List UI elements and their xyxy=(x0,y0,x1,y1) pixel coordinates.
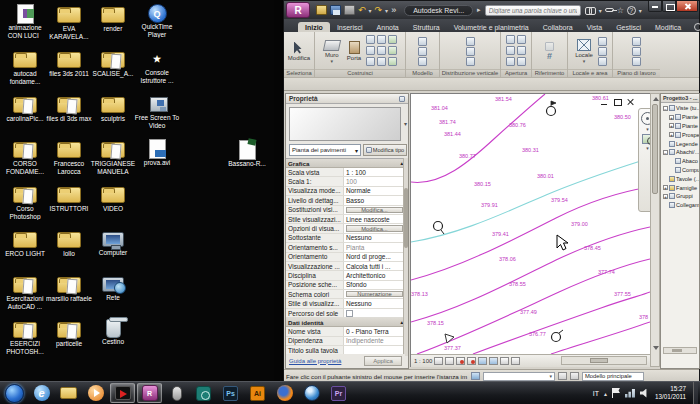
floor-tool-icon[interactable] xyxy=(388,46,397,55)
wheel-dropdown-icon[interactable]: ▾ xyxy=(646,127,649,132)
stair-tool-icon[interactable] xyxy=(377,57,386,66)
tree-expander-icon[interactable]: + xyxy=(669,123,674,128)
desktop-icon-scalise-a[interactable]: SCALISE_A... xyxy=(91,49,135,93)
panel-caption[interactable]: Modello xyxy=(406,69,439,77)
worksets-icon[interactable] xyxy=(471,372,480,380)
tree-item-collegam[interactable]: Collegam... xyxy=(661,201,700,210)
workplane-viewer-icon[interactable] xyxy=(632,57,641,66)
desktop-icon-carolinapic[interactable]: carolinaPic... xyxy=(3,94,47,138)
tree-expander-icon[interactable]: + xyxy=(663,185,668,190)
tray-expand-icon[interactable]: ▴ xyxy=(604,390,607,397)
ceiling-tool-icon[interactable] xyxy=(377,46,386,55)
desktop-icon-files-di-3ds-max[interactable]: files di 3ds max xyxy=(47,94,91,138)
component-tool-icon[interactable] xyxy=(377,35,386,44)
desktop-icon-esercizi-photosh[interactable]: ESERCIZI PHOTOSH... xyxy=(3,319,47,363)
desktop-icon-erco-light[interactable]: ERCO LIGHT xyxy=(3,229,47,273)
tree-item-famiglie[interactable]: +Famiglie xyxy=(661,183,700,192)
grid-icon[interactable]: # xyxy=(547,52,552,61)
undo-icon[interactable]: ↶ xyxy=(358,5,366,15)
property-value[interactable]: Sfondo xyxy=(344,281,405,289)
properties-pin-icon[interactable] xyxy=(399,96,405,102)
tree-expander-icon[interactable]: + xyxy=(669,115,674,120)
show-desktop-button[interactable] xyxy=(693,382,698,404)
property-value[interactable]: Modifica... xyxy=(346,225,403,231)
panel-caption[interactable]: Costruisci xyxy=(315,69,405,77)
survey-point-icon[interactable] xyxy=(547,101,557,116)
desktop-icon-rete[interactable]: Rete xyxy=(91,274,135,318)
temporary-hide-isolate-icon[interactable] xyxy=(500,357,509,365)
tree-item-compu[interactable]: Compu... xyxy=(661,166,700,175)
desktop-icon-cestino[interactable]: Cestino xyxy=(91,319,135,363)
title-expand-arrow-icon[interactable]: ▸ xyxy=(477,6,481,14)
panel-caption[interactable]: Piano di lavoro xyxy=(613,69,660,77)
area-icon[interactable] xyxy=(598,57,607,66)
desktop-icon-triggianese-manuela[interactable]: TRIGGIANESE MANUELA xyxy=(91,139,135,183)
editable-only-icon[interactable] xyxy=(558,372,567,380)
search-dropdown-icon[interactable]: ▾ xyxy=(599,7,602,14)
properties-header[interactable]: Proprietà xyxy=(286,94,408,104)
redo-dropdown-icon[interactable]: ▾ xyxy=(385,7,388,14)
search-icon[interactable] xyxy=(585,7,596,14)
view-close-icon[interactable] xyxy=(626,98,635,106)
shadows-on-icon[interactable] xyxy=(467,357,476,365)
column-tool-icon[interactable] xyxy=(366,46,375,55)
desktop-icon-eva-karavela[interactable]: EVA KARAVELA... xyxy=(47,4,91,48)
application-menu-button[interactable]: R xyxy=(286,2,310,18)
canvas-hscrollbar[interactable] xyxy=(561,356,647,365)
desktop-icon-render[interactable]: render xyxy=(91,4,135,48)
tree-item-piante[interactable]: +Piante ... xyxy=(661,113,700,122)
property-value[interactable]: 0 - Piano Terra xyxy=(344,327,405,335)
property-value[interactable]: 1 : 100 xyxy=(344,168,405,176)
desktop-icon-sculptris[interactable]: sculptris xyxy=(91,94,135,138)
property-value[interactable]: Pianta xyxy=(344,243,405,251)
reference-plane-icon[interactable] xyxy=(545,42,554,51)
tree-item-legende[interactable]: Legende xyxy=(661,139,700,148)
desktop-icon-prova-avi[interactable]: AVIprova.avi xyxy=(135,139,179,183)
taskbar-mouse-settings[interactable] xyxy=(164,383,189,403)
room-separator-icon[interactable] xyxy=(598,37,607,46)
tag-room-icon[interactable] xyxy=(598,47,607,56)
desktop-icon-computer[interactable]: Computer xyxy=(91,229,135,273)
desktop-icon-francesco-larocca[interactable]: Francesco Larocca xyxy=(47,139,91,183)
maximize-button[interactable] xyxy=(662,1,676,12)
stairs-icon[interactable] xyxy=(466,57,475,66)
model-graphics-style-icon[interactable] xyxy=(445,357,454,365)
property-value[interactable]: Nessuno xyxy=(344,234,405,242)
tree-expander-icon[interactable]: − xyxy=(663,150,668,155)
locale-dropdown-icon[interactable]: ▾ xyxy=(583,59,586,63)
base-point-icon[interactable] xyxy=(434,222,445,235)
ribbon-state-toggle[interactable]: ▾ xyxy=(694,23,700,32)
close-button[interactable] xyxy=(676,1,698,12)
modify-type-button[interactable]: Modifica tipo xyxy=(363,144,407,156)
porta-button[interactable]: Porta xyxy=(345,41,363,61)
property-value[interactable]: Numerazione xyxy=(346,291,403,297)
language-indicator[interactable]: IT xyxy=(593,390,599,397)
roof-tool-icon[interactable] xyxy=(388,35,397,44)
desktop-icon-video[interactable]: VIDEO xyxy=(91,184,135,228)
property-value[interactable]: Normale xyxy=(344,187,405,195)
properties-help-link[interactable]: Guida alle proprietà xyxy=(289,358,341,364)
desktop-icon-istruttori[interactable]: ISTRUTTORI xyxy=(47,184,91,228)
shaft-opening-icon[interactable] xyxy=(506,35,515,44)
model-line-icon[interactable] xyxy=(418,47,427,56)
taskbar-premiere[interactable]: Pr xyxy=(326,383,351,403)
desktop-icon-quicktime-player[interactable]: QQuickTime Player xyxy=(135,4,179,48)
apply-button[interactable]: Applica xyxy=(364,356,402,366)
taskbar-photoshop[interactable]: Ps xyxy=(218,383,243,403)
desktop-icon-autocad-fondame[interactable]: autocad fondame... xyxy=(3,49,47,93)
ramp-icon[interactable] xyxy=(466,47,475,56)
set-workplane-icon[interactable] xyxy=(632,37,641,46)
desktop-icon-corso-photoshop[interactable]: Corso Photoshop xyxy=(3,184,47,228)
section-dati-identit[interactable]: Dati identità▴ xyxy=(286,318,405,327)
tree-item-prospet[interactable]: +Prospet... xyxy=(661,130,700,139)
title-bar[interactable]: R ↶ ▾ ↷ ▾ » Autodesk Revi... ▸ ▾ ☆ ? ▾ xyxy=(284,1,699,19)
muro-dropdown-icon[interactable]: ▾ xyxy=(331,59,334,63)
section-grafica[interactable]: Grafica▴ xyxy=(286,159,405,168)
vertical-opening-icon[interactable] xyxy=(506,46,515,55)
taskbar-illustrator[interactable]: Ai xyxy=(245,383,270,403)
tab-annota[interactable]: Annota xyxy=(370,22,406,32)
panel-caption[interactable]: Apertura xyxy=(501,69,531,77)
model-text-icon[interactable] xyxy=(418,37,427,46)
wall-opening-icon[interactable] xyxy=(517,35,526,44)
property-value[interactable] xyxy=(346,310,353,317)
